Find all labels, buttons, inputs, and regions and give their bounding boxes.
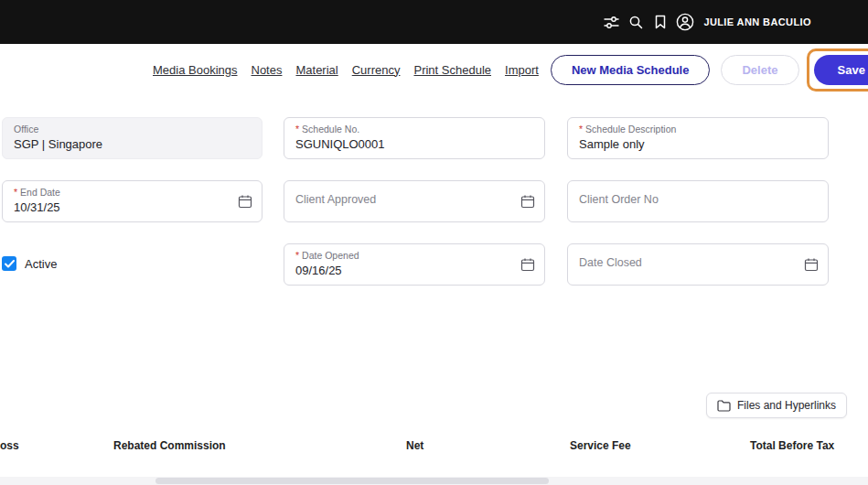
- bookmark-icon[interactable]: [648, 10, 672, 34]
- calendar-icon[interactable]: [804, 257, 819, 272]
- user-name[interactable]: JULIE ANN BACULIO: [703, 16, 811, 27]
- save-button[interactable]: Save: [814, 55, 868, 85]
- client-approved-field[interactable]: Client Approved: [284, 180, 545, 222]
- calendar-icon[interactable]: [238, 194, 252, 209]
- user-avatar-icon[interactable]: [673, 10, 697, 34]
- required-mark: *: [579, 124, 583, 135]
- calendar-icon[interactable]: [520, 257, 535, 272]
- client-order-no-label: Client Order No: [579, 194, 817, 205]
- schedule-no-field[interactable]: *Schedule No. SGUNIQLO0001: [284, 117, 545, 159]
- nav-link-media-bookings[interactable]: Media Bookings: [153, 63, 238, 77]
- required-mark: *: [295, 124, 299, 135]
- date-opened-field[interactable]: *Date Opened 09/16/25: [284, 243, 545, 286]
- grid-header-net: Net: [406, 439, 423, 452]
- client-approved-label: Client Approved: [295, 194, 533, 205]
- new-media-schedule-button[interactable]: New Media Schedule: [551, 55, 711, 85]
- schedule-description-field[interactable]: *Schedule Description Sample only: [567, 117, 829, 159]
- grid-header-rebated-commission: Rebated Commission: [113, 439, 226, 452]
- horizontal-scrollbar[interactable]: [0, 477, 868, 485]
- files-and-hyperlinks-button[interactable]: Files and Hyperlinks: [706, 393, 847, 418]
- search-icon[interactable]: [624, 10, 648, 34]
- date-closed-label: Date Closed: [579, 257, 817, 268]
- folder-icon: [717, 400, 731, 412]
- grid-header-row: oss Rebated Commission Net Service Fee T…: [0, 439, 868, 454]
- active-checkbox-row: Active: [2, 256, 57, 271]
- nav-actions: New Media Schedule Delete Save: [551, 48, 868, 92]
- date-closed-field[interactable]: Date Closed: [567, 243, 829, 286]
- schedule-no-label: *Schedule No.: [295, 124, 533, 135]
- end-date-label: *End Date: [14, 187, 251, 198]
- nav-link-currency[interactable]: Currency: [352, 63, 401, 77]
- schedule-description-label: *Schedule Description: [579, 124, 817, 135]
- date-opened-value: 09/16/25: [295, 263, 533, 278]
- nav-links: Media Bookings Notes Material Currency P…: [153, 63, 539, 77]
- grid-header-gross: oss: [0, 439, 19, 452]
- end-date-value: 10/31/25: [14, 199, 251, 215]
- required-mark: *: [295, 250, 299, 261]
- save-button-highlight-ring: Save: [807, 48, 868, 92]
- nav-link-material[interactable]: Material: [295, 63, 338, 77]
- nav-link-import[interactable]: Import: [505, 63, 539, 77]
- office-value: SGP | Singapore: [14, 136, 251, 152]
- top-bar: JULIE ANN BACULIO: [0, 0, 868, 44]
- page: JULIE ANN BACULIO Media Bookings Notes M…: [0, 0, 868, 485]
- nav-link-notes[interactable]: Notes: [252, 63, 283, 77]
- filter-sliders-icon[interactable]: [599, 10, 623, 34]
- delete-button[interactable]: Delete: [721, 55, 798, 85]
- nav-link-print-schedule[interactable]: Print Schedule: [413, 63, 491, 77]
- end-date-field[interactable]: *End Date 10/31/25: [2, 180, 263, 222]
- secondary-nav: Media Bookings Notes Material Currency P…: [0, 44, 868, 95]
- date-opened-label: *Date Opened: [295, 250, 533, 261]
- grid-header-service-fee: Service Fee: [570, 439, 631, 452]
- required-mark: *: [14, 187, 17, 198]
- schedule-description-value: Sample only: [579, 136, 817, 152]
- grid-header-total-before-tax: Total Before Tax: [750, 439, 834, 452]
- active-checkbox[interactable]: [2, 256, 16, 271]
- office-label: Office: [14, 124, 251, 135]
- active-checkbox-label[interactable]: Active: [25, 257, 57, 271]
- client-order-no-field[interactable]: Client Order No: [567, 180, 829, 222]
- horizontal-scrollbar-thumb[interactable]: [155, 478, 549, 484]
- schedule-no-value: SGUNIQLO0001: [295, 136, 533, 152]
- office-field: Office SGP | Singapore: [2, 117, 263, 159]
- calendar-icon[interactable]: [520, 194, 535, 209]
- files-and-hyperlinks-label: Files and Hyperlinks: [737, 399, 836, 412]
